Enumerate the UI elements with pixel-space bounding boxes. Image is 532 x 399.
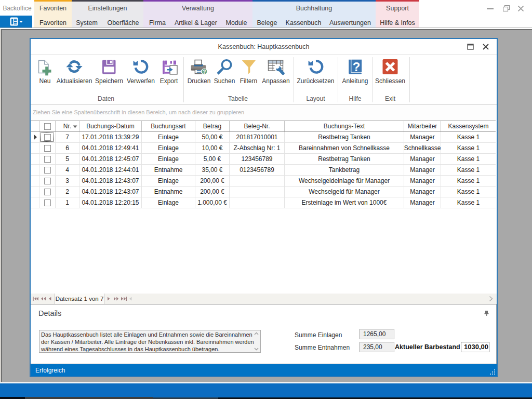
svg-text:?: ? (352, 60, 360, 74)
